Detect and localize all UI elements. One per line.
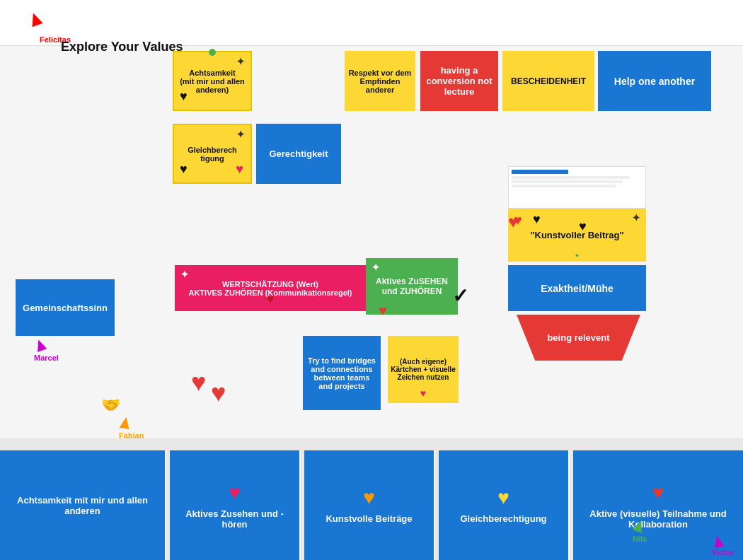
card-bescheidenheit[interactable]: BESCHEIDENHEIT [502, 51, 594, 111]
card-being-relevent[interactable]: being relevent [517, 315, 640, 361]
bottom-card-gleichberechtigung[interactable]: ♥ Gleichberechtigung [439, 450, 570, 560]
card-kunstvoller-beitrag[interactable]: ✦ ♥ ♥ "Kunstvoller Beitrag" ● [508, 209, 646, 262]
fabian-label: Fabian [119, 431, 144, 440]
checkmark-icon: ✓ [452, 284, 468, 308]
bottom-card-achtsamkeit[interactable]: Achtsamkeit mit mir und allen anderen [0, 450, 166, 560]
cursor-fabian [120, 417, 130, 428]
card-exaktheit[interactable]: Exaktheit/Mühe [508, 265, 646, 311]
card-try-bridges[interactable]: Try to find bridges and connections betw… [303, 336, 381, 410]
card-gerechtigkeit[interactable]: Gerechtigkeit [256, 124, 341, 184]
cursor-nils [634, 520, 644, 532]
nils-label: Nils [633, 535, 647, 543]
bottom-card-kunstvolle[interactable]: ♥ Kunstvolle Beiträge [304, 450, 435, 560]
card-achtsamkeit[interactable]: Achtsamkeit (mit mir und allen anderen) … [173, 51, 252, 111]
card-conversion[interactable]: having a conversion not lecture [420, 51, 498, 111]
marcel-label: Marcel [34, 354, 59, 362]
bottom-card-aktives[interactable]: ♥ Aktives Zusehen und -hören [170, 450, 301, 560]
card-help-one-another[interactable]: Help one another [598, 51, 711, 111]
card-auch-eigene[interactable]: ♥ (Auch eigene) Kärtchen + visuelle Zeic… [388, 336, 459, 403]
page-title: Explore Your Values [61, 40, 183, 54]
card-wertschaetzung[interactable]: ✦ WERTSCHÄTZUNG (Wert) AKTIVES ZUHÖREN (… [175, 265, 366, 311]
cursor-felicitas [30, 13, 41, 25]
orange-hands: 🤝 [101, 396, 120, 414]
card-respekt[interactable]: Respekt vor dem Empfinden anderer [345, 51, 415, 111]
card-gemeinschaftssinn[interactable]: Gemeinschaftssinn [16, 279, 115, 336]
cursor-marcel [35, 339, 45, 351]
note-document [508, 166, 646, 209]
card-gleichberechtigung-yellow[interactable]: Gleichberech tigung ✦ ♥ ♥ [173, 124, 252, 184]
cursor-victor [713, 536, 723, 547]
victor-label: Victor [712, 548, 734, 556]
